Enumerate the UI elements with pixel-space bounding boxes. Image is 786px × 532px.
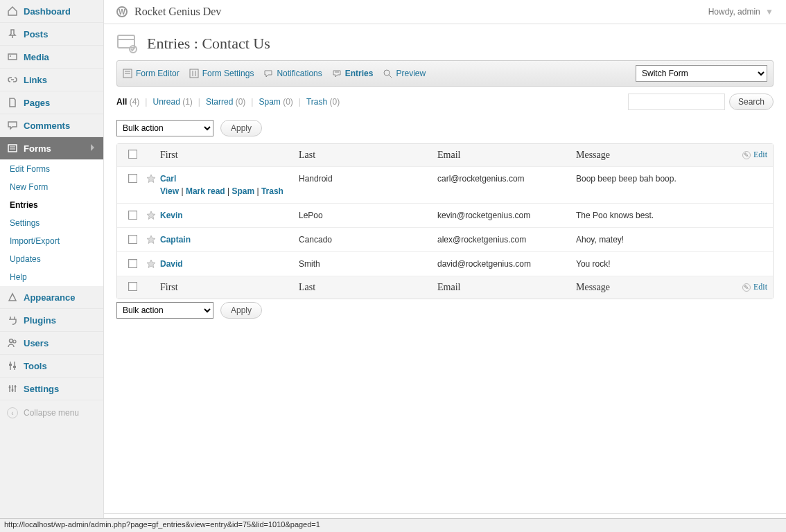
howdy-greeting[interactable]: Howdy, admin ▼ — [708, 7, 774, 17]
row-action-spam[interactable]: Spam — [232, 186, 254, 196]
entry-first-link[interactable]: Captain — [160, 235, 191, 245]
toolbar-form-editor[interactable]: Form Editor — [123, 69, 180, 78]
filter-starred[interactable]: Starred — [206, 97, 233, 107]
sidebar-subitem-edit-forms[interactable]: Edit Forms — [0, 160, 103, 178]
star-icon[interactable] — [142, 235, 160, 245]
cell-first: CarlView | Mark read | Spam | Trash — [160, 174, 299, 196]
edit-columns-link[interactable]: Edit — [753, 282, 767, 292]
entry-first-link[interactable]: Kevin — [160, 211, 183, 220]
filter-spam[interactable]: Spam — [259, 97, 280, 107]
sidebar-item-posts[interactable]: Posts — [0, 23, 103, 46]
search-button[interactable]: Search — [729, 94, 774, 110]
col-first[interactable]: First — [160, 282, 299, 293]
star-icon[interactable] — [142, 259, 160, 269]
cell-first: Kevin — [160, 211, 299, 220]
sidebar-item-label: Dashboard — [24, 6, 71, 17]
top-bar: W Rocket Genius Dev Howdy, admin ▼ — [104, 0, 786, 24]
sidebar-subitem-import-export[interactable]: Import/Export — [0, 232, 103, 250]
svg-point-16 — [15, 386, 17, 388]
row-checkbox[interactable] — [128, 235, 137, 244]
entry-first-link[interactable]: Carl — [160, 174, 176, 184]
toolbar-icon — [189, 69, 199, 78]
toolbar-icon — [332, 69, 342, 78]
content-area: W Rocket Genius Dev Howdy, admin ▼ Entri… — [104, 0, 786, 532]
sidebar-item-settings[interactable]: Settings — [0, 378, 103, 400]
page-title: Entries : Contact Us — [147, 35, 270, 53]
search-input[interactable] — [628, 94, 725, 110]
row-checkbox[interactable] — [128, 174, 137, 183]
howdy-text: Howdy, admin — [708, 7, 760, 17]
comment-icon — [7, 120, 18, 131]
media-icon — [7, 51, 18, 62]
sidebar-item-label: Media — [24, 52, 49, 62]
apply-button-bottom[interactable]: Apply — [220, 302, 262, 319]
collapse-menu[interactable]: ‹Collapse menu — [0, 400, 103, 425]
sidebar-item-comments[interactable]: Comments — [0, 114, 103, 137]
sidebar-item-label: Comments — [24, 121, 70, 131]
sidebar-subitem-entries[interactable]: Entries — [0, 196, 103, 214]
select-all-checkbox[interactable] — [128, 150, 137, 159]
table-row: DavidSmithdavid@rocketgenius.comYou rock… — [117, 251, 773, 276]
edit-columns-link[interactable]: Edit — [753, 150, 767, 160]
select-all-checkbox[interactable] — [128, 282, 137, 291]
sidebar-subitem-new-form[interactable]: New Form — [0, 178, 103, 196]
toolbar-icon — [383, 69, 392, 78]
row-checkbox[interactable] — [128, 259, 137, 268]
svg-point-14 — [9, 387, 11, 389]
svg-rect-9 — [9, 364, 12, 366]
users-icon — [7, 337, 18, 348]
sidebar-item-label: Posts — [24, 29, 48, 39]
col-last[interactable]: Last — [299, 282, 437, 293]
sidebar-item-pages[interactable]: Pages — [0, 91, 103, 114]
toolbar-preview[interactable]: Preview — [383, 69, 426, 78]
sidebar-subitem-settings[interactable]: Settings — [0, 214, 103, 232]
toolbar-entries[interactable]: Entries — [332, 69, 374, 78]
col-email[interactable]: Email — [437, 282, 576, 293]
sidebar-item-label: Users — [24, 338, 49, 348]
row-action-trash[interactable]: Trash — [261, 186, 283, 196]
entry-first-link[interactable]: David — [160, 259, 183, 269]
pencil-icon: ✎ — [742, 151, 751, 159]
svg-point-1 — [10, 55, 11, 57]
apply-button[interactable]: Apply — [220, 120, 262, 136]
cell-email: carl@rocketgenius.com — [437, 174, 576, 184]
col-message[interactable]: Message — [576, 150, 726, 161]
bulk-action-select[interactable]: Bulk action — [116, 120, 213, 136]
filter-trash[interactable]: Trash — [306, 97, 327, 107]
sidebar-item-forms[interactable]: Forms — [0, 137, 103, 160]
sidebar-item-media[interactable]: Media — [0, 46, 103, 69]
bulk-action-select-bottom[interactable]: Bulk action — [116, 302, 213, 319]
filter-all[interactable]: All — [116, 97, 127, 107]
site-title[interactable]: Rocket Genius Dev — [134, 6, 221, 18]
sidebar-item-dashboard[interactable]: Dashboard — [0, 0, 103, 23]
settings-icon — [7, 383, 18, 394]
sidebar-subitem-updates[interactable]: Updates — [0, 250, 103, 268]
filter-count: (0) — [283, 97, 293, 107]
sidebar-item-appearance[interactable]: Appearance — [0, 286, 103, 309]
sidebar-item-tools[interactable]: Tools — [0, 355, 103, 378]
star-icon[interactable] — [142, 211, 160, 220]
svg-rect-23 — [190, 69, 198, 78]
cell-message: You rock! — [576, 259, 726, 269]
row-checkbox[interactable] — [128, 211, 137, 220]
col-first[interactable]: First — [160, 150, 299, 161]
col-email[interactable]: Email — [437, 150, 576, 161]
table-row: CaptainCancadoalex@rocketgenius.comAhoy,… — [117, 227, 773, 251]
browser-status-bar: http://localhost/wp-admin/admin.php?page… — [0, 518, 786, 532]
sidebar-subitem-help[interactable]: Help — [0, 268, 103, 286]
col-message[interactable]: Message — [576, 282, 726, 293]
filter-unread[interactable]: Unread — [152, 97, 180, 107]
star-icon[interactable] — [142, 174, 160, 184]
sidebar-item-users[interactable]: Users — [0, 332, 103, 355]
row-action-view[interactable]: View — [160, 186, 179, 196]
col-last[interactable]: Last — [299, 150, 437, 161]
sidebar-item-plugins[interactable]: Plugins — [0, 309, 103, 332]
toolbar-notifications[interactable]: Notifications — [263, 69, 322, 78]
entries-icon — [116, 33, 139, 55]
switch-form-select[interactable]: Switch Form — [636, 65, 767, 82]
toolbar-label: Form Editor — [136, 69, 180, 78]
wordpress-logo-icon: W — [116, 6, 128, 17]
row-action-mark-read[interactable]: Mark read — [186, 186, 225, 196]
sidebar-item-links[interactable]: Links — [0, 69, 103, 91]
toolbar-form-settings[interactable]: Form Settings — [189, 69, 254, 78]
